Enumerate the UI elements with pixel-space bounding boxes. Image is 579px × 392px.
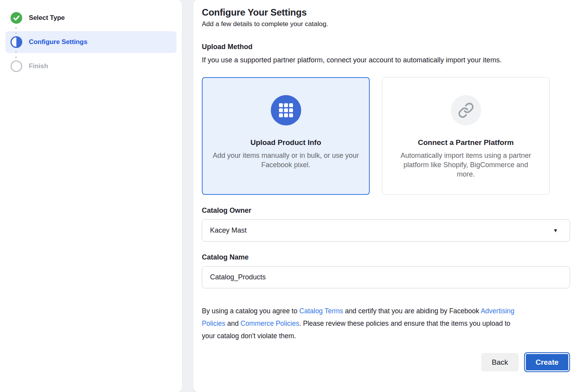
step-configure-settings[interactable]: Configure Settings xyxy=(5,31,177,53)
upload-method-label: Upload Method xyxy=(202,43,570,51)
disclaimer-text: By using a catalog you agree to xyxy=(202,307,299,315)
card-title: Upload Product Info xyxy=(251,138,321,147)
upload-method-options: Upload Product Info Add your items manua… xyxy=(202,77,570,195)
half-circle-progress-icon xyxy=(10,36,23,48)
policy-link[interactable]: Catalog Terms xyxy=(299,307,343,315)
step-select-type[interactable]: Select Type xyxy=(5,7,177,29)
card-title: Connect a Partner Platform xyxy=(418,138,514,147)
catalog-owner-value: Kacey Mast xyxy=(210,226,247,235)
connector-dot xyxy=(15,57,17,58)
step-label: Finish xyxy=(29,62,48,70)
disclaimer: By using a catalog you agree to Catalog … xyxy=(202,305,525,342)
catalog-owner-select[interactable]: Kacey Mast ▼ xyxy=(202,219,570,242)
step-label: Select Type xyxy=(29,14,65,22)
configure-settings-panel: Configure Your Settings Add a few detail… xyxy=(193,0,579,392)
catalog-name-field xyxy=(202,266,570,288)
back-button[interactable]: Back xyxy=(481,353,519,371)
step-label: Configure Settings xyxy=(29,38,87,46)
connect-partner-platform-card[interactable]: Connect a Partner Platform Automatically… xyxy=(382,77,550,195)
create-button[interactable]: Create xyxy=(524,352,570,372)
catalog-name-input[interactable] xyxy=(210,267,562,288)
step-finish[interactable]: Finish xyxy=(5,55,177,77)
upload-product-info-card[interactable]: Upload Product Info Add your items manua… xyxy=(202,77,370,195)
disclaimer-text: and certify that you are abiding by Face… xyxy=(343,307,481,315)
connector-dot xyxy=(15,32,17,34)
upload-method-description: If you use a supported partner platform,… xyxy=(202,54,510,66)
footer-actions: Back Create xyxy=(202,352,570,372)
card-description: Add your items manually or in bulk, or u… xyxy=(210,151,362,170)
step-list: Select Type Configure Settings Finish xyxy=(0,0,182,77)
grid-icon xyxy=(271,95,301,125)
connector-dot xyxy=(15,51,17,53)
chevron-down-icon: ▼ xyxy=(553,228,558,233)
steps-sidebar: Select Type Configure Settings Finish xyxy=(0,0,182,392)
empty-circle-icon xyxy=(10,60,23,72)
catalog-owner-label: Catalog Owner xyxy=(202,207,570,215)
policy-link[interactable]: Commerce Policies xyxy=(240,320,299,327)
check-circle-icon xyxy=(10,12,23,24)
disclaimer-text: and xyxy=(225,320,240,327)
card-description: Automatically import items using a partn… xyxy=(399,151,533,179)
connector-dot xyxy=(15,27,17,29)
page-subtitle: Add a few details to complete your catal… xyxy=(202,20,570,28)
link-icon xyxy=(451,95,481,125)
page-title: Configure Your Settings xyxy=(202,7,570,18)
catalog-name-label: Catalog Name xyxy=(202,253,570,261)
